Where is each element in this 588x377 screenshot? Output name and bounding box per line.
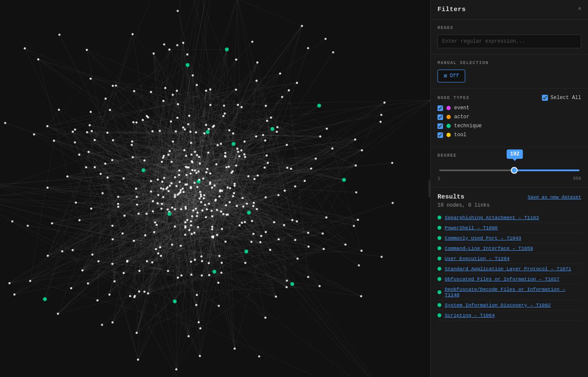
node-type-checkbox-actor[interactable] xyxy=(437,114,443,120)
result-item[interactable]: Commonly Used Port – T1043 xyxy=(437,233,581,243)
results-title: Results xyxy=(437,193,464,201)
filters-header: Filters ^ xyxy=(431,0,588,20)
save-dataset-button[interactable]: Save as new dataset xyxy=(528,195,581,200)
result-dot xyxy=(437,303,441,307)
toggle-label: Off xyxy=(450,73,459,79)
node-type-label-tool: tool xyxy=(454,132,466,138)
result-dot xyxy=(437,290,441,294)
result-item[interactable]: Obfuscated Files or Information – T1027 xyxy=(437,274,581,284)
node-dot-actor xyxy=(446,115,451,119)
regex-label: REGEX xyxy=(437,26,581,30)
node-type-row: technique xyxy=(437,123,581,129)
graph-area[interactable]: › xyxy=(0,0,430,377)
results-list: Spearphishing Attachment – T1193 PowerSh… xyxy=(437,213,581,321)
node-dot-event xyxy=(446,106,451,110)
node-type-label-actor: actor xyxy=(454,114,469,120)
result-item[interactable]: Deobfuscate/Decode Files or Information … xyxy=(437,284,581,300)
result-label[interactable]: Scripting – T1064 xyxy=(445,313,495,318)
node-type-checkbox-technique[interactable] xyxy=(437,123,443,129)
result-dot xyxy=(437,236,441,240)
select-all-label: Select All xyxy=(550,95,581,101)
toggle-icon: ⊞ xyxy=(444,73,447,79)
result-label[interactable]: User Execution – T1204 xyxy=(445,256,510,261)
node-type-row: event xyxy=(437,105,581,111)
result-dot xyxy=(437,216,441,219)
results-section: Results Save as new dataset 10 nodes, 0 … xyxy=(431,187,588,377)
node-type-checkbox-tool[interactable] xyxy=(437,132,443,138)
sidebar-collapse-button[interactable]: › xyxy=(429,180,430,197)
results-header: Results Save as new dataset xyxy=(437,193,581,201)
node-type-row: tool xyxy=(437,132,581,138)
select-all-checkbox[interactable] xyxy=(542,95,548,101)
result-label[interactable]: Standard Application Layer Protocol – T1… xyxy=(445,266,571,272)
node-types-section: NODE TYPES Select All event actor techni… xyxy=(431,89,588,147)
result-item[interactable]: System Information Discovery – T1082 xyxy=(437,300,581,310)
result-label[interactable]: PowerShell – T1086 xyxy=(445,225,498,231)
manual-selection-label: MANUAL SELECTION xyxy=(437,61,581,65)
results-count: 10 nodes, 0 links xyxy=(437,202,581,208)
filters-chevron[interactable]: ^ xyxy=(578,7,581,13)
result-dot xyxy=(437,313,441,317)
select-all-area[interactable]: Select All xyxy=(542,95,581,101)
network-graph xyxy=(0,0,430,377)
result-dot xyxy=(437,277,441,281)
result-label[interactable]: Obfuscated Files or Information – T1027 xyxy=(445,276,559,282)
degree-range-labels: 1 356 xyxy=(437,176,581,181)
node-type-row: actor xyxy=(437,114,581,120)
node-type-label-technique: technique xyxy=(454,123,482,129)
sidebar: Filters ^ REGEX MANUAL SELECTION ⊞ Off N… xyxy=(430,0,588,377)
node-types-list: event actor technique tool xyxy=(437,105,581,138)
degree-min: 1 xyxy=(437,176,440,181)
node-types-label: NODE TYPES xyxy=(437,96,469,100)
result-label[interactable]: Commonly Used Port – T1043 xyxy=(445,235,521,241)
node-type-label-event: event xyxy=(454,105,469,111)
manual-selection-section: MANUAL SELECTION ⊞ Off xyxy=(431,55,588,89)
regex-section: REGEX xyxy=(431,20,588,55)
degree-section: DEGREE 192 1 356 xyxy=(431,147,588,187)
result-item[interactable]: Scripting – T1064 xyxy=(437,310,581,321)
node-type-checkbox-event[interactable] xyxy=(437,105,443,111)
result-item[interactable]: Standard Application Layer Protocol – T1… xyxy=(437,264,581,274)
result-label[interactable]: Command-Line Interface – T1059 xyxy=(445,245,533,251)
manual-selection-toggle[interactable]: ⊞ Off xyxy=(437,70,465,82)
filters-title: Filters xyxy=(437,6,466,13)
node-types-header: NODE TYPES Select All xyxy=(437,95,581,101)
result-dot xyxy=(437,267,441,271)
result-label[interactable]: Deobfuscate/Decode Files or Information … xyxy=(445,286,581,298)
result-dot xyxy=(437,246,441,250)
degree-slider[interactable] xyxy=(439,170,579,171)
degree-max: 356 xyxy=(573,176,581,181)
result-label[interactable]: System Information Discovery – T1082 xyxy=(445,302,550,308)
degree-label: DEGREE xyxy=(437,153,581,158)
node-dot-technique xyxy=(446,124,451,128)
node-dot-tool xyxy=(446,133,451,137)
result-label[interactable]: Spearphishing Attachment – T1193 xyxy=(445,215,539,220)
result-dot xyxy=(437,226,441,230)
result-item[interactable]: Command-Line Interface – T1059 xyxy=(437,243,581,254)
result-dot xyxy=(437,257,441,260)
result-item[interactable]: User Execution – T1204 xyxy=(437,254,581,264)
result-item[interactable]: PowerShell – T1086 xyxy=(437,223,581,233)
result-item[interactable]: Spearphishing Attachment – T1193 xyxy=(437,213,581,223)
degree-slider-container: 192 xyxy=(437,166,581,173)
regex-input[interactable] xyxy=(437,35,581,48)
